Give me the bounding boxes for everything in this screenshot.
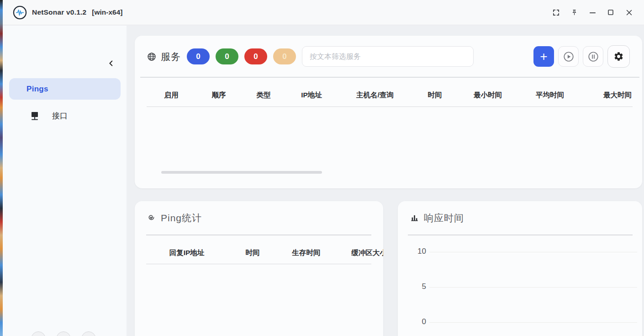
close-icon (625, 9, 633, 16)
col-order[interactable]: 顺序 (196, 91, 241, 100)
col-hostname[interactable]: 主机名/查询 (337, 91, 413, 100)
pin-icon (571, 9, 578, 16)
col-ttl[interactable]: 生存时间 (278, 248, 335, 258)
col-min-time[interactable]: 最小时间 (457, 91, 519, 100)
globe-icon (147, 52, 156, 61)
badge-pending: 0 (273, 48, 296, 64)
chevron-left-icon (108, 60, 115, 67)
close-button[interactable] (622, 5, 636, 19)
col-avg-time[interactable]: 平均时间 (519, 91, 581, 100)
ping-stats-header: Ping统计 (135, 201, 383, 235)
col-ip[interactable]: IP地址 (286, 91, 337, 100)
bar-chart-icon (410, 213, 419, 222)
service-filter-input[interactable] (302, 46, 474, 67)
pin-button[interactable] (567, 5, 581, 19)
card-divider (146, 235, 371, 235)
app-title: NetSonar v0.1.2 (32, 8, 86, 16)
hidden-round-button[interactable] (81, 331, 96, 336)
sidebar: Pings 接口 (3, 26, 127, 336)
table-header-divider (147, 107, 633, 107)
play-circle-icon (563, 51, 575, 63)
badge-up: 0 (216, 48, 238, 64)
col-reply-ip[interactable]: 回复IP地址 (146, 248, 227, 258)
col-buffer-size[interactable]: 缓冲区大小 (335, 248, 383, 258)
hidden-round-button[interactable] (56, 331, 71, 336)
ping-stats-title: Ping统计 (161, 212, 202, 224)
ping-stats-card: Ping统计 回复IP地址 时间 生存时间 缓冲区大小 (135, 201, 383, 336)
gridline-5 (429, 287, 637, 288)
col-max-time[interactable]: 最大时间 (581, 91, 642, 100)
start-pings-button[interactable] (558, 46, 579, 67)
table-header-divider (146, 264, 371, 264)
response-time-title: 响应时间 (424, 212, 464, 224)
sidebar-item-pings[interactable]: Pings (9, 78, 121, 100)
minimize-icon (589, 9, 596, 16)
settings-button[interactable] (607, 45, 630, 68)
window-controls (549, 5, 636, 19)
badge-total: 0 (187, 48, 210, 64)
ping-stats-table-header: 回复IP地址 时间 生存时间 缓冲区大小 (146, 243, 383, 262)
spiral-icon (147, 213, 156, 222)
col-enabled[interactable]: 启用 (146, 91, 196, 100)
services-card: 服务 0 0 0 0 + (135, 36, 642, 188)
gridline-10 (429, 252, 637, 252)
sidebar-collapse-button[interactable] (106, 58, 116, 69)
col-type[interactable]: 类型 (241, 91, 286, 100)
gridline-0 (429, 322, 637, 323)
col-time[interactable]: 时间 (227, 248, 278, 258)
maximize-icon (607, 9, 614, 16)
services-toolbar: 服务 0 0 0 0 + (135, 36, 642, 77)
response-time-card: 响应时间 10 5 0 0 2 4 6 8 10 (398, 201, 642, 336)
sidebar-item-label: 接口 (52, 111, 68, 121)
sidebar-item-interfaces[interactable]: 接口 (9, 105, 121, 126)
main-content: 服务 0 0 0 0 + (127, 26, 644, 336)
y-tick: 5 (408, 282, 426, 291)
maximize-button[interactable] (604, 5, 618, 19)
hidden-round-button[interactable] (31, 331, 46, 336)
add-service-button[interactable]: + (533, 46, 554, 67)
services-actions: + (533, 45, 630, 68)
sidebar-item-label: Pings (26, 85, 48, 94)
fullscreen-button[interactable] (549, 5, 563, 19)
col-time[interactable]: 时间 (413, 91, 457, 100)
gear-icon (613, 51, 624, 62)
sidebar-bottom-buttons (31, 331, 96, 336)
services-table-header: 启用 顺序 类型 IP地址 主机名/查询 时间 最小时间 平均时间 最大时间 (146, 85, 642, 105)
response-time-header: 响应时间 (398, 201, 642, 235)
fullscreen-icon (552, 9, 560, 16)
y-tick: 0 (408, 317, 426, 326)
response-time-chart: 10 5 0 0 2 4 6 8 10 (398, 235, 642, 336)
horizontal-scrollbar-thumb[interactable] (161, 171, 322, 174)
app-arch: [win-x64] (92, 8, 122, 16)
services-title: 服务 (161, 50, 181, 63)
minimize-button[interactable] (586, 5, 599, 19)
netsonar-logo-icon (13, 5, 27, 20)
y-tick: 10 (408, 247, 426, 256)
network-monitor-icon (29, 110, 40, 121)
pause-circle-icon (587, 51, 599, 63)
pause-pings-button[interactable] (583, 46, 603, 67)
badge-down: 0 (244, 48, 267, 64)
toolbar-divider (140, 77, 639, 78)
titlebar: NetSonar v0.1.2 [win-x64] (3, 0, 644, 25)
